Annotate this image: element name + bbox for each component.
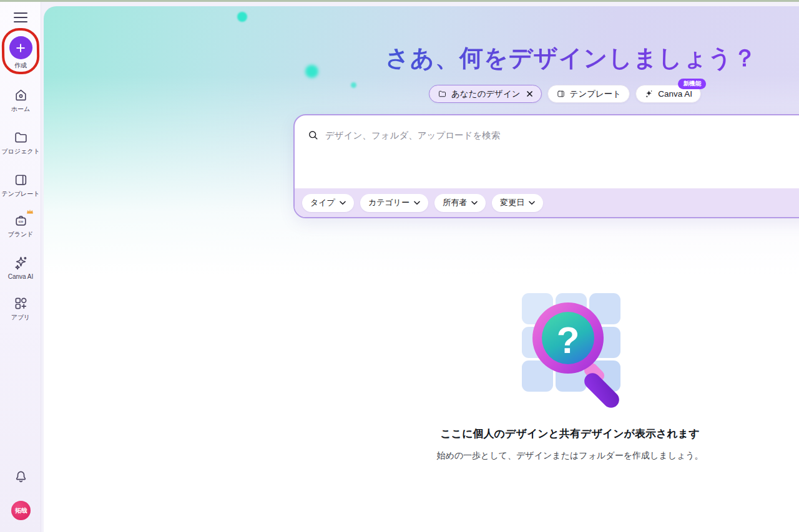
filter-owner[interactable]: 所有者 — [434, 194, 486, 212]
window-top-edge — [0, 0, 799, 2]
filter-label: 所有者 — [443, 197, 467, 208]
empty-state-heading: ここに個人のデザインと共有デザインが表示されます — [440, 427, 699, 441]
home-icon — [13, 87, 29, 103]
tab-templates[interactable]: テンプレート — [547, 85, 630, 103]
plus-icon — [14, 42, 27, 54]
hero-tabs: あなたのデザイン テンプレート Canva AI 新機能 — [429, 85, 701, 103]
decorative-dot — [237, 12, 247, 22]
tab-label: あなたのデザイン — [451, 89, 521, 100]
decorative-dot — [351, 82, 356, 88]
filter-label: カテゴリー — [368, 197, 409, 208]
sidebar-item-label: ホーム — [11, 105, 30, 112]
search-input[interactable] — [325, 130, 799, 140]
new-feature-badge: 新機能 — [678, 79, 706, 89]
sidebar-item-label: Canva AI — [8, 273, 34, 280]
sidebar-item-home[interactable]: ホーム — [0, 87, 41, 112]
sidebar-item-apps[interactable]: アプリ — [0, 296, 41, 321]
filter-type[interactable]: タイプ — [302, 194, 354, 212]
tab-canva-ai[interactable]: Canva AI 新機能 — [635, 85, 701, 103]
template-icon — [13, 172, 29, 188]
sidebar-item-templates[interactable]: テンプレート — [0, 172, 41, 197]
create-plus-button[interactable] — [9, 36, 32, 59]
tab-label: Canva AI — [658, 89, 692, 99]
sidebar: 作成 ホーム プロジェクト テンプレート co — [0, 0, 41, 532]
empty-state-subtext: 始めの一歩として、デザインまたはフォルダーを作成しましょう。 — [436, 450, 703, 462]
chevron-down-icon — [529, 201, 535, 205]
sidebar-item-projects[interactable]: プロジェクト — [0, 130, 41, 155]
sidebar-item-label: アプリ — [11, 314, 31, 321]
create-button[interactable]: 作成 — [0, 36, 41, 70]
close-icon[interactable] — [526, 90, 533, 97]
filter-label: タイプ — [310, 197, 335, 208]
bell-icon — [13, 469, 29, 485]
decorative-dot — [305, 65, 318, 78]
search-panel: タイプ カテゴリー 所有者 変更日 — [293, 114, 799, 218]
main-content: さあ、何をデザインしましょう？ あなたのデザイン テンプレート — [44, 6, 799, 532]
svg-text:co: co — [18, 219, 22, 223]
brand-kit-icon: co — [13, 213, 29, 228]
menu-hamburger-icon[interactable] — [13, 11, 28, 24]
sidebar-item-brand[interactable]: co ブランド — [0, 213, 41, 238]
search-row — [295, 115, 799, 141]
filter-bar: タイプ カテゴリー 所有者 変更日 — [295, 188, 799, 217]
notifications-button[interactable] — [0, 469, 41, 485]
sidebar-item-canva-ai[interactable]: Canva AI — [0, 255, 41, 280]
filter-category[interactable]: カテゴリー — [360, 194, 428, 212]
tab-your-designs[interactable]: あなたのデザイン — [429, 85, 542, 103]
chevron-down-icon — [471, 201, 478, 205]
filter-label: 変更日 — [500, 197, 524, 208]
empty-state-illustration: ? — [514, 282, 635, 422]
sparkle-icon — [13, 255, 29, 271]
template-icon — [556, 89, 566, 99]
sidebar-item-label: プロジェクト — [1, 148, 39, 155]
chevron-down-icon — [340, 201, 346, 205]
create-label: 作成 — [14, 61, 27, 70]
apps-icon — [13, 296, 29, 311]
folder-icon — [438, 89, 447, 99]
filter-modified-date[interactable]: 変更日 — [492, 194, 543, 212]
svg-text:?: ? — [557, 319, 580, 361]
tab-label: テンプレート — [570, 89, 622, 100]
crown-icon — [26, 208, 34, 215]
page-title: さあ、何をデザインしましょう？ — [385, 42, 757, 74]
sidebar-item-label: ブランド — [8, 231, 34, 238]
user-avatar[interactable]: 拓哉 — [11, 501, 31, 520]
chevron-down-icon — [414, 201, 420, 205]
search-icon — [307, 129, 319, 141]
sparkle-icon — [644, 89, 654, 99]
sidebar-item-label: テンプレート — [1, 190, 39, 197]
folder-icon — [13, 130, 29, 145]
